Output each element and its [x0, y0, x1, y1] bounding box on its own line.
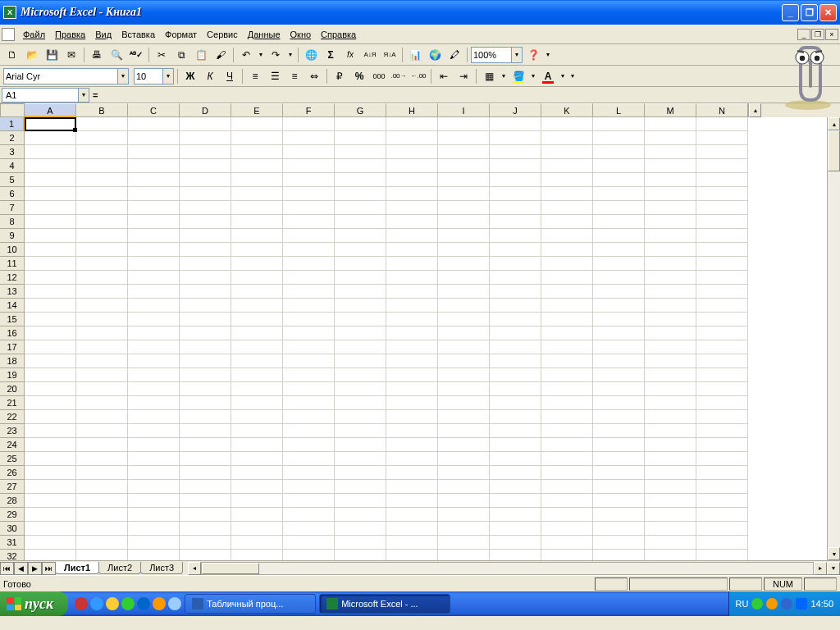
- cell[interactable]: [180, 424, 231, 438]
- cell[interactable]: [283, 536, 335, 550]
- cell[interactable]: [645, 396, 696, 410]
- cell[interactable]: [438, 466, 490, 480]
- cell[interactable]: [128, 187, 180, 201]
- cell[interactable]: [76, 326, 128, 340]
- cell[interactable]: [283, 452, 335, 466]
- cell[interactable]: [438, 452, 490, 466]
- cell[interactable]: [541, 354, 593, 368]
- cell[interactable]: [283, 368, 335, 382]
- cell[interactable]: [335, 522, 386, 536]
- cell[interactable]: [128, 145, 180, 159]
- cell[interactable]: [180, 271, 231, 285]
- row-header-21[interactable]: 21: [0, 396, 25, 410]
- cell[interactable]: [645, 480, 696, 494]
- cell[interactable]: [593, 494, 645, 508]
- cell[interactable]: [128, 340, 180, 354]
- cell[interactable]: [335, 466, 386, 480]
- cell[interactable]: [438, 368, 490, 382]
- cell[interactable]: [593, 354, 645, 368]
- cell[interactable]: [386, 452, 438, 466]
- cell[interactable]: [541, 243, 593, 257]
- mdi-close-button[interactable]: ×: [825, 29, 838, 40]
- cell[interactable]: [696, 117, 748, 131]
- tab-last-button[interactable]: ⏭: [42, 562, 56, 575]
- cell[interactable]: [490, 424, 541, 438]
- cell[interactable]: [335, 410, 386, 424]
- tray-icon[interactable]: [766, 598, 778, 609]
- cell[interactable]: [696, 508, 748, 522]
- cell[interactable]: [696, 438, 748, 452]
- cell[interactable]: [231, 299, 283, 313]
- cell[interactable]: [386, 187, 438, 201]
- cell[interactable]: [593, 438, 645, 452]
- cell[interactable]: [335, 550, 386, 560]
- cell[interactable]: [696, 410, 748, 424]
- cell[interactable]: [696, 271, 748, 285]
- sort-desc-icon[interactable]: Я↓А: [381, 46, 399, 64]
- cell[interactable]: [231, 117, 283, 131]
- cell[interactable]: [25, 145, 76, 159]
- cell[interactable]: [438, 299, 490, 313]
- cell[interactable]: [541, 438, 593, 452]
- cell[interactable]: [386, 382, 438, 396]
- cell[interactable]: [25, 438, 76, 452]
- cell[interactable]: [645, 508, 696, 522]
- cell[interactable]: [231, 494, 283, 508]
- cell[interactable]: [180, 117, 231, 131]
- cell[interactable]: [386, 438, 438, 452]
- cell[interactable]: [541, 452, 593, 466]
- column-header-H[interactable]: H: [386, 103, 438, 117]
- cell[interactable]: [283, 480, 335, 494]
- language-indicator[interactable]: RU: [736, 599, 749, 609]
- cell[interactable]: [76, 131, 128, 145]
- cell[interactable]: [283, 201, 335, 215]
- cell[interactable]: [25, 201, 76, 215]
- scroll-up-button[interactable]: ▴: [828, 117, 840, 130]
- cell[interactable]: [696, 201, 748, 215]
- cell[interactable]: [25, 522, 76, 536]
- paste-icon[interactable]: 📋: [192, 46, 210, 64]
- cell[interactable]: [386, 285, 438, 299]
- cell[interactable]: [283, 313, 335, 326]
- cell[interactable]: [645, 159, 696, 173]
- cell[interactable]: [696, 131, 748, 145]
- cell[interactable]: [283, 326, 335, 340]
- cell[interactable]: [283, 229, 335, 243]
- cell[interactable]: [438, 145, 490, 159]
- open-icon[interactable]: 📂: [23, 46, 41, 64]
- cell[interactable]: [76, 466, 128, 480]
- cell[interactable]: [180, 522, 231, 536]
- cell[interactable]: [490, 438, 541, 452]
- cell[interactable]: [335, 313, 386, 326]
- quick-launch-icon[interactable]: [121, 597, 135, 610]
- cell[interactable]: [593, 550, 645, 560]
- cell[interactable]: [438, 410, 490, 424]
- cell[interactable]: [76, 522, 128, 536]
- row-header-26[interactable]: 26: [0, 466, 25, 480]
- cell[interactable]: [696, 229, 748, 243]
- row-header-31[interactable]: 31: [0, 536, 25, 550]
- cell[interactable]: [283, 131, 335, 145]
- cell[interactable]: [438, 396, 490, 410]
- sort-asc-icon[interactable]: А↓Я: [361, 46, 379, 64]
- cell[interactable]: [180, 508, 231, 522]
- row-header-15[interactable]: 15: [0, 313, 25, 326]
- cell[interactable]: [231, 257, 283, 271]
- menu-insert[interactable]: Вставка: [116, 28, 160, 41]
- font-color-dropdown-icon[interactable]: ▾: [559, 67, 567, 85]
- cell[interactable]: [25, 424, 76, 438]
- cell[interactable]: [438, 131, 490, 145]
- close-button[interactable]: ✕: [819, 4, 837, 21]
- cell[interactable]: [490, 326, 541, 340]
- tray-icon[interactable]: [796, 598, 807, 609]
- quick-launch-icon[interactable]: [137, 597, 150, 610]
- cell[interactable]: [696, 480, 748, 494]
- cell[interactable]: [696, 452, 748, 466]
- cell[interactable]: [541, 396, 593, 410]
- cell[interactable]: [696, 299, 748, 313]
- cell[interactable]: [25, 452, 76, 466]
- comma-icon[interactable]: 000: [370, 67, 388, 85]
- cell[interactable]: [335, 145, 386, 159]
- cell[interactable]: [645, 313, 696, 326]
- cell[interactable]: [386, 508, 438, 522]
